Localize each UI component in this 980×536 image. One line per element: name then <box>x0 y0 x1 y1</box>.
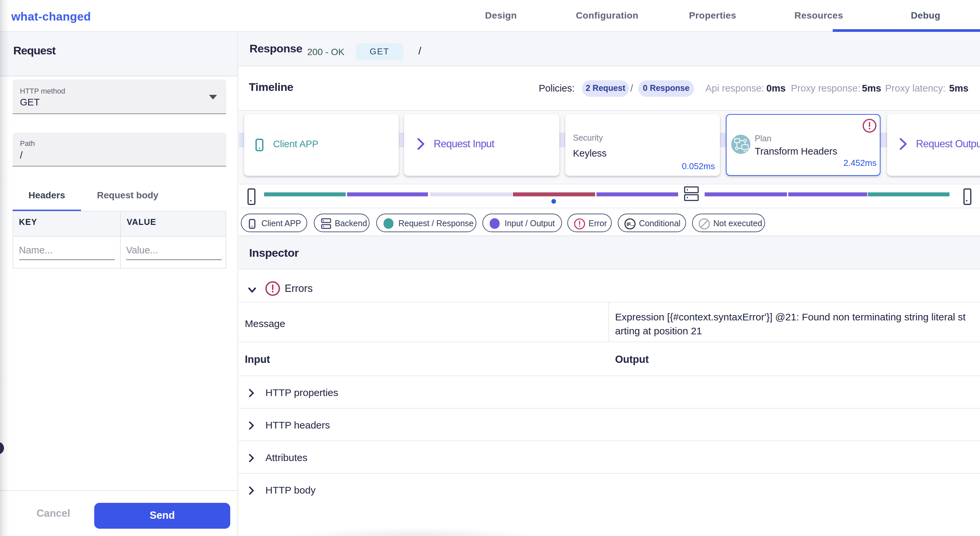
svg-text:IF...: IF... <box>627 221 634 227</box>
